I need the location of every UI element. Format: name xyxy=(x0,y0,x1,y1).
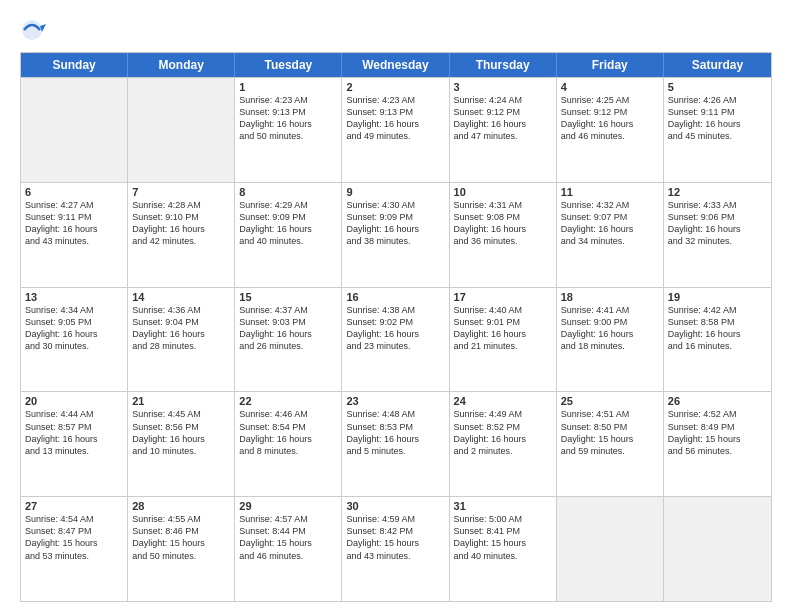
day-number: 31 xyxy=(454,500,552,512)
day-info: Sunrise: 5:00 AM Sunset: 8:41 PM Dayligh… xyxy=(454,513,552,562)
day-info: Sunrise: 4:51 AM Sunset: 8:50 PM Dayligh… xyxy=(561,408,659,457)
day-info: Sunrise: 4:32 AM Sunset: 9:07 PM Dayligh… xyxy=(561,199,659,248)
calendar-cell: 20Sunrise: 4:44 AM Sunset: 8:57 PM Dayli… xyxy=(21,392,128,496)
header-day: Wednesday xyxy=(342,53,449,77)
calendar-cell: 2Sunrise: 4:23 AM Sunset: 9:13 PM Daylig… xyxy=(342,78,449,182)
calendar-cell: 1Sunrise: 4:23 AM Sunset: 9:13 PM Daylig… xyxy=(235,78,342,182)
calendar-cell: 6Sunrise: 4:27 AM Sunset: 9:11 PM Daylig… xyxy=(21,183,128,287)
calendar-cell: 5Sunrise: 4:26 AM Sunset: 9:11 PM Daylig… xyxy=(664,78,771,182)
calendar-row: 1Sunrise: 4:23 AM Sunset: 9:13 PM Daylig… xyxy=(21,77,771,182)
day-number: 27 xyxy=(25,500,123,512)
calendar-cell: 26Sunrise: 4:52 AM Sunset: 8:49 PM Dayli… xyxy=(664,392,771,496)
day-info: Sunrise: 4:44 AM Sunset: 8:57 PM Dayligh… xyxy=(25,408,123,457)
calendar-cell: 30Sunrise: 4:59 AM Sunset: 8:42 PM Dayli… xyxy=(342,497,449,601)
day-number: 16 xyxy=(346,291,444,303)
day-number: 5 xyxy=(668,81,767,93)
calendar-cell: 22Sunrise: 4:46 AM Sunset: 8:54 PM Dayli… xyxy=(235,392,342,496)
day-info: Sunrise: 4:45 AM Sunset: 8:56 PM Dayligh… xyxy=(132,408,230,457)
calendar-cell: 28Sunrise: 4:55 AM Sunset: 8:46 PM Dayli… xyxy=(128,497,235,601)
calendar-cell: 8Sunrise: 4:29 AM Sunset: 9:09 PM Daylig… xyxy=(235,183,342,287)
calendar-cell: 7Sunrise: 4:28 AM Sunset: 9:10 PM Daylig… xyxy=(128,183,235,287)
calendar-cell: 21Sunrise: 4:45 AM Sunset: 8:56 PM Dayli… xyxy=(128,392,235,496)
day-number: 1 xyxy=(239,81,337,93)
header-day: Sunday xyxy=(21,53,128,77)
calendar-header: SundayMondayTuesdayWednesdayThursdayFrid… xyxy=(21,53,771,77)
day-number: 23 xyxy=(346,395,444,407)
day-info: Sunrise: 4:40 AM Sunset: 9:01 PM Dayligh… xyxy=(454,304,552,353)
calendar-cell: 15Sunrise: 4:37 AM Sunset: 9:03 PM Dayli… xyxy=(235,288,342,392)
day-number: 30 xyxy=(346,500,444,512)
calendar-cell: 10Sunrise: 4:31 AM Sunset: 9:08 PM Dayli… xyxy=(450,183,557,287)
day-info: Sunrise: 4:27 AM Sunset: 9:11 PM Dayligh… xyxy=(25,199,123,248)
calendar-cell: 14Sunrise: 4:36 AM Sunset: 9:04 PM Dayli… xyxy=(128,288,235,392)
calendar: SundayMondayTuesdayWednesdayThursdayFrid… xyxy=(20,52,772,602)
day-info: Sunrise: 4:23 AM Sunset: 9:13 PM Dayligh… xyxy=(346,94,444,143)
day-info: Sunrise: 4:37 AM Sunset: 9:03 PM Dayligh… xyxy=(239,304,337,353)
calendar-cell: 27Sunrise: 4:54 AM Sunset: 8:47 PM Dayli… xyxy=(21,497,128,601)
day-number: 28 xyxy=(132,500,230,512)
calendar-body: 1Sunrise: 4:23 AM Sunset: 9:13 PM Daylig… xyxy=(21,77,771,601)
day-number: 14 xyxy=(132,291,230,303)
day-info: Sunrise: 4:36 AM Sunset: 9:04 PM Dayligh… xyxy=(132,304,230,353)
day-info: Sunrise: 4:34 AM Sunset: 9:05 PM Dayligh… xyxy=(25,304,123,353)
calendar-cell: 4Sunrise: 4:25 AM Sunset: 9:12 PM Daylig… xyxy=(557,78,664,182)
day-info: Sunrise: 4:57 AM Sunset: 8:44 PM Dayligh… xyxy=(239,513,337,562)
calendar-cell: 25Sunrise: 4:51 AM Sunset: 8:50 PM Dayli… xyxy=(557,392,664,496)
header-day: Thursday xyxy=(450,53,557,77)
day-number: 8 xyxy=(239,186,337,198)
calendar-cell: 24Sunrise: 4:49 AM Sunset: 8:52 PM Dayli… xyxy=(450,392,557,496)
day-info: Sunrise: 4:30 AM Sunset: 9:09 PM Dayligh… xyxy=(346,199,444,248)
calendar-row: 13Sunrise: 4:34 AM Sunset: 9:05 PM Dayli… xyxy=(21,287,771,392)
day-number: 21 xyxy=(132,395,230,407)
calendar-cell: 9Sunrise: 4:30 AM Sunset: 9:09 PM Daylig… xyxy=(342,183,449,287)
calendar-cell xyxy=(128,78,235,182)
calendar-cell: 13Sunrise: 4:34 AM Sunset: 9:05 PM Dayli… xyxy=(21,288,128,392)
day-info: Sunrise: 4:24 AM Sunset: 9:12 PM Dayligh… xyxy=(454,94,552,143)
day-info: Sunrise: 4:26 AM Sunset: 9:11 PM Dayligh… xyxy=(668,94,767,143)
day-info: Sunrise: 4:59 AM Sunset: 8:42 PM Dayligh… xyxy=(346,513,444,562)
day-info: Sunrise: 4:46 AM Sunset: 8:54 PM Dayligh… xyxy=(239,408,337,457)
calendar-cell: 18Sunrise: 4:41 AM Sunset: 9:00 PM Dayli… xyxy=(557,288,664,392)
header-day: Saturday xyxy=(664,53,771,77)
day-info: Sunrise: 4:49 AM Sunset: 8:52 PM Dayligh… xyxy=(454,408,552,457)
day-number: 7 xyxy=(132,186,230,198)
calendar-cell xyxy=(21,78,128,182)
day-number: 9 xyxy=(346,186,444,198)
calendar-cell: 19Sunrise: 4:42 AM Sunset: 8:58 PM Dayli… xyxy=(664,288,771,392)
day-number: 24 xyxy=(454,395,552,407)
day-info: Sunrise: 4:23 AM Sunset: 9:13 PM Dayligh… xyxy=(239,94,337,143)
page: SundayMondayTuesdayWednesdayThursdayFrid… xyxy=(0,0,792,612)
day-info: Sunrise: 4:52 AM Sunset: 8:49 PM Dayligh… xyxy=(668,408,767,457)
logo-icon xyxy=(20,16,48,44)
day-info: Sunrise: 4:55 AM Sunset: 8:46 PM Dayligh… xyxy=(132,513,230,562)
calendar-cell xyxy=(664,497,771,601)
day-info: Sunrise: 4:33 AM Sunset: 9:06 PM Dayligh… xyxy=(668,199,767,248)
header-day: Friday xyxy=(557,53,664,77)
day-number: 20 xyxy=(25,395,123,407)
calendar-cell: 17Sunrise: 4:40 AM Sunset: 9:01 PM Dayli… xyxy=(450,288,557,392)
day-number: 11 xyxy=(561,186,659,198)
calendar-cell: 11Sunrise: 4:32 AM Sunset: 9:07 PM Dayli… xyxy=(557,183,664,287)
calendar-cell: 23Sunrise: 4:48 AM Sunset: 8:53 PM Dayli… xyxy=(342,392,449,496)
day-number: 19 xyxy=(668,291,767,303)
calendar-row: 27Sunrise: 4:54 AM Sunset: 8:47 PM Dayli… xyxy=(21,496,771,601)
calendar-cell: 12Sunrise: 4:33 AM Sunset: 9:06 PM Dayli… xyxy=(664,183,771,287)
calendar-cell: 16Sunrise: 4:38 AM Sunset: 9:02 PM Dayli… xyxy=(342,288,449,392)
day-info: Sunrise: 4:48 AM Sunset: 8:53 PM Dayligh… xyxy=(346,408,444,457)
day-number: 13 xyxy=(25,291,123,303)
header-day: Tuesday xyxy=(235,53,342,77)
day-number: 26 xyxy=(668,395,767,407)
calendar-row: 6Sunrise: 4:27 AM Sunset: 9:11 PM Daylig… xyxy=(21,182,771,287)
day-info: Sunrise: 4:42 AM Sunset: 8:58 PM Dayligh… xyxy=(668,304,767,353)
day-number: 2 xyxy=(346,81,444,93)
day-number: 3 xyxy=(454,81,552,93)
day-number: 22 xyxy=(239,395,337,407)
day-number: 17 xyxy=(454,291,552,303)
day-number: 15 xyxy=(239,291,337,303)
day-info: Sunrise: 4:31 AM Sunset: 9:08 PM Dayligh… xyxy=(454,199,552,248)
day-number: 4 xyxy=(561,81,659,93)
day-number: 10 xyxy=(454,186,552,198)
day-number: 25 xyxy=(561,395,659,407)
day-number: 18 xyxy=(561,291,659,303)
calendar-cell: 31Sunrise: 5:00 AM Sunset: 8:41 PM Dayli… xyxy=(450,497,557,601)
